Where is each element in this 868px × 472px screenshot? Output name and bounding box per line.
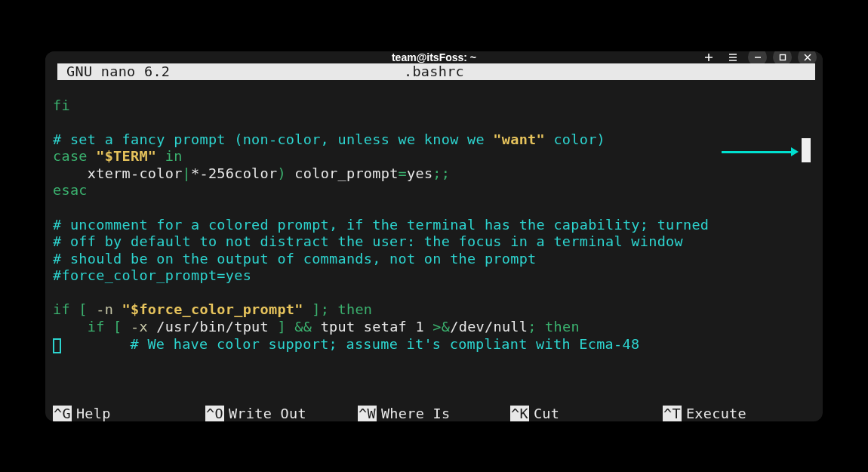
code-keyword: fi bbox=[53, 97, 70, 113]
code-op: = bbox=[399, 165, 407, 181]
code-text: [ bbox=[70, 301, 96, 317]
code-op: ; bbox=[321, 301, 329, 317]
terminal-body[interactable]: GNU nano 6.2 .bashrc fi # set a fancy pr… bbox=[45, 63, 823, 421]
editor-content[interactable]: fi # set a fancy prompt (non-color, unle… bbox=[53, 80, 815, 404]
shortcut-execute[interactable]: ^TExecute bbox=[663, 406, 815, 421]
code-comment: # should be on the output of commands, n… bbox=[53, 251, 537, 267]
nano-app-label: GNU nano 6.2 bbox=[57, 63, 170, 81]
code-text: ] bbox=[277, 319, 285, 335]
code-text: [ bbox=[105, 319, 131, 335]
code-comment: #force_color_prompt=yes bbox=[53, 267, 251, 283]
code-comment: # uncomment for a colored prompt, if the… bbox=[53, 217, 709, 233]
code-keyword: then bbox=[329, 301, 372, 317]
highlight-cursor bbox=[802, 138, 811, 162]
nano-header: GNU nano 6.2 .bashrc bbox=[57, 63, 815, 81]
code-comment: # off by default to not distract the use… bbox=[53, 233, 683, 249]
code-keyword: if bbox=[53, 301, 70, 317]
code-string: "want" bbox=[493, 131, 545, 147]
code-text: /usr/bin/tput bbox=[148, 319, 278, 335]
code-text: xterm-color bbox=[53, 165, 183, 181]
code-op: && bbox=[286, 319, 321, 335]
code-text: *-256color bbox=[191, 165, 277, 181]
nano-filename: .bashrc bbox=[404, 63, 464, 81]
code-op: | bbox=[183, 165, 191, 181]
code-keyword: in bbox=[165, 148, 183, 164]
code-comment: color) bbox=[545, 131, 605, 147]
code-op: ) bbox=[277, 165, 285, 181]
code-keyword: if bbox=[53, 319, 105, 335]
code-text: ] bbox=[312, 301, 320, 317]
terminal-window: team@itsFoss: ~ GNU nano 6.2 .bashrc bbox=[45, 51, 823, 421]
code-comment: # We have color support; assume it's com… bbox=[61, 336, 639, 352]
code-keyword: then bbox=[537, 319, 580, 335]
shortcut-help[interactable]: ^GHelp bbox=[53, 406, 205, 421]
code-string: "$TERM" bbox=[88, 148, 165, 164]
text-cursor bbox=[53, 338, 61, 353]
code-flag: -x bbox=[131, 319, 148, 335]
window-title: team@itsFoss: ~ bbox=[392, 51, 476, 63]
code-flag: -n bbox=[96, 301, 113, 317]
code-text: tput setaf 1 bbox=[321, 319, 433, 335]
nano-shortcuts: ^GHelp ^XExit ^OWrite Out ^RRead File ^W… bbox=[53, 406, 815, 421]
annotation-arrow bbox=[722, 147, 799, 156]
shortcut-writeout[interactable]: ^OWrite Out bbox=[205, 406, 358, 421]
svg-rect-0 bbox=[780, 54, 785, 60]
code-op: >& bbox=[432, 319, 450, 335]
code-comment: # set a fancy prompt (non-color, unless … bbox=[53, 131, 493, 147]
code-string: "$force_color_prompt" bbox=[113, 301, 312, 317]
code-op: ; bbox=[528, 319, 536, 335]
shortcut-cut[interactable]: ^KCut bbox=[510, 406, 663, 421]
code-text: /dev/null bbox=[450, 319, 528, 335]
code-text: yes bbox=[407, 165, 432, 181]
code-op: ;; bbox=[432, 165, 450, 181]
code-keyword: esac bbox=[53, 182, 88, 198]
shortcut-whereis[interactable]: ^WWhere Is bbox=[358, 406, 510, 421]
window-titlebar: team@itsFoss: ~ bbox=[45, 51, 823, 63]
code-keyword: case bbox=[53, 148, 88, 164]
code-text: color_prompt bbox=[286, 165, 399, 181]
